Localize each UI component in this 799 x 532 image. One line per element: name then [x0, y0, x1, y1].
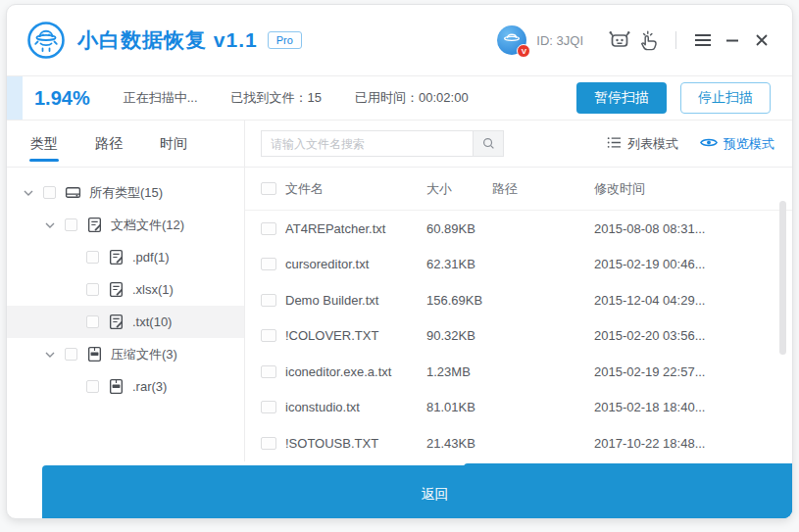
preview-mode-toggle[interactable]: 预览模式	[700, 135, 774, 153]
scrollbar-thumb[interactable]	[779, 201, 786, 355]
tree-item-documents[interactable]: 文档文件(12)	[7, 209, 244, 241]
tree-item-rar[interactable]: .rar(3)	[7, 370, 244, 403]
scan-status-bar: 1.94% 正在扫描中... 已找到文件：15 已用时间：00:02:00 暂停…	[7, 75, 792, 121]
pro-badge: Pro	[268, 31, 302, 49]
file-time: 2015-08-08 08:31...	[594, 221, 792, 236]
divider	[675, 31, 676, 49]
row-checkbox[interactable]	[261, 329, 276, 342]
table-row[interactable]: cursoreditor.txt 62.31KB 2015-02-19 00:4…	[245, 247, 792, 283]
file-time: 2017-10-22 18:48...	[594, 436, 792, 451]
chevron-down-icon[interactable]	[42, 352, 58, 358]
tree-item-xlsx[interactable]: .xlsx(1)	[7, 273, 244, 306]
tab-type[interactable]: 类型	[30, 121, 58, 167]
file-name: !COLOVER.TXT	[285, 328, 426, 343]
minimize-icon[interactable]	[718, 25, 747, 55]
tree-checkbox[interactable]	[43, 186, 56, 199]
tree-item-label: .xlsx(1)	[132, 282, 174, 297]
close-icon[interactable]	[747, 25, 776, 55]
tree-item-archives[interactable]: 压缩文件(3)	[7, 338, 244, 370]
row-checkbox[interactable]	[261, 437, 276, 450]
file-time: 2015-02-20 03:56...	[594, 328, 792, 343]
column-header-size: 大小	[426, 180, 492, 198]
tree-checkbox[interactable]	[86, 251, 99, 264]
column-header-time: 修改时间	[594, 180, 792, 198]
file-time: 2015-02-19 22:57...	[594, 364, 792, 379]
tree-checkbox[interactable]	[65, 218, 77, 231]
files-found-label: 已找到文件：15	[231, 89, 322, 107]
tree-item-label: .rar(3)	[132, 379, 167, 394]
scan-percent: 1.94%	[34, 87, 90, 110]
tab-time[interactable]: 时间	[160, 121, 187, 167]
file-name: AT4REPatcher.txt	[285, 221, 426, 236]
tree-checkbox[interactable]	[86, 315, 99, 328]
recover-now-button[interactable]: 立即恢复	[625, 463, 793, 519]
row-checkbox[interactable]	[261, 401, 276, 413]
tab-path[interactable]: 路径	[95, 121, 123, 167]
file-size: 81.01KB	[426, 400, 492, 414]
row-checkbox[interactable]	[261, 222, 276, 235]
file-size: 62.31KB	[426, 257, 492, 271]
table-row[interactable]: Demo Builder.txt 156.69KB 2015-12-04 04:…	[245, 282, 792, 318]
chevron-down-icon[interactable]	[21, 190, 36, 196]
search-icon[interactable]	[473, 130, 504, 157]
table-row[interactable]: !SOTOUSB.TXT 21.43KB 2017-10-22 18:48...	[245, 425, 792, 461]
file-size: 21.43KB	[426, 436, 492, 451]
select-all-checkbox[interactable]	[261, 182, 276, 195]
list-icon	[607, 136, 622, 152]
zip-icon	[86, 346, 103, 363]
tree-tabs: 类型 路径 时间	[7, 121, 245, 167]
table-row[interactable]: iconstudio.txt 81.01KB 2015-02-18 18:40.…	[245, 390, 792, 426]
table-row[interactable]: iconeditor.exe.a.txt 1.23MB 2015-02-19 2…	[245, 354, 792, 390]
menu-icon[interactable]	[688, 25, 718, 55]
touch-hand-icon[interactable]	[634, 25, 664, 55]
user-avatar[interactable]: V	[497, 25, 526, 55]
row-checkbox[interactable]	[261, 294, 276, 307]
tree-item-all-types[interactable]: 所有类型(15)	[7, 176, 244, 209]
table-row[interactable]: !COLOVER.TXT 90.32KB 2015-02-20 03:56...	[245, 318, 792, 355]
tree-checkbox[interactable]	[65, 348, 77, 361]
tree-item-pdf[interactable]: .pdf(1)	[7, 241, 244, 273]
file-size: 60.89KB	[426, 221, 492, 236]
file-size: 156.69KB	[426, 293, 492, 308]
file-size: 90.32KB	[426, 328, 492, 343]
robot-icon[interactable]	[605, 25, 634, 55]
tree-item-label: 压缩文件(3)	[111, 346, 177, 363]
document-icon	[108, 281, 125, 298]
file-name: iconeditor.exe.a.txt	[285, 364, 426, 379]
pause-scan-button[interactable]: 暂停扫描	[576, 82, 667, 114]
table-header: 文件名 大小 路径 修改时间	[245, 168, 792, 211]
list-mode-toggle[interactable]: 列表模式	[607, 135, 678, 153]
document-icon	[86, 217, 103, 233]
tree-checkbox[interactable]	[86, 380, 99, 393]
document-icon	[108, 249, 125, 266]
app-logo-icon	[26, 21, 66, 60]
row-checkbox[interactable]	[261, 365, 276, 378]
tree-item-txt[interactable]: .txt(10)	[7, 306, 244, 338]
title-bar: 小白数据恢复 v1.1 Pro V ID: 3JQI	[7, 5, 792, 75]
tree-item-label: 文档文件(12)	[111, 217, 184, 234]
document-icon	[108, 314, 125, 330]
file-table: 文件名 大小 路径 修改时间 AT4REPatcher.txt 60.89KB …	[245, 168, 792, 461]
progress-fill	[7, 76, 23, 120]
tree-checkbox[interactable]	[86, 283, 99, 296]
row-checkbox[interactable]	[261, 258, 276, 270]
file-name: !SOTOUSB.TXT	[285, 436, 426, 451]
file-size: 1.23MB	[426, 364, 492, 379]
column-header-path: 路径	[492, 180, 594, 198]
stop-scan-button[interactable]: 停止扫描	[680, 82, 771, 114]
titlebar-right: V ID: 3JQI	[497, 25, 776, 55]
chevron-down-icon[interactable]	[42, 222, 58, 228]
app-window: 小白数据恢复 v1.1 Pro V ID: 3JQI	[6, 4, 793, 519]
tree-item-label: .txt(10)	[132, 314, 172, 329]
column-header-name: 文件名	[285, 180, 426, 198]
elapsed-time-label: 已用时间：00:02:00	[355, 89, 469, 107]
list-mode-label: 列表模式	[627, 135, 678, 153]
scan-status-text: 正在扫描中...	[124, 89, 198, 107]
app-title: 小白数据恢复 v1.1	[77, 26, 258, 54]
table-row[interactable]: AT4REPatcher.txt 60.89KB 2015-08-08 08:3…	[245, 211, 792, 247]
file-time: 2015-12-04 04:29...	[594, 293, 792, 308]
file-time: 2015-02-18 18:40...	[594, 400, 792, 414]
disk-icon	[65, 184, 81, 201]
preview-mode-label: 预览模式	[724, 135, 774, 153]
search-input[interactable]	[261, 130, 473, 157]
